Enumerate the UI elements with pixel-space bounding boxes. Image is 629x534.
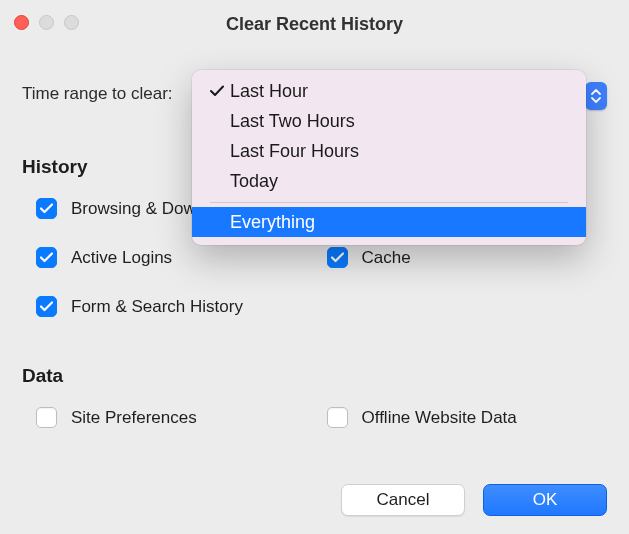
- time-range-select-arrows[interactable]: [585, 82, 607, 110]
- checkbox-label: Cache: [362, 248, 411, 268]
- checkbox-label: Offline Website Data: [362, 408, 517, 428]
- dropdown-option-last-two-hours[interactable]: Last Two Hours: [192, 106, 586, 136]
- checkbox-label: Form & Search History: [71, 297, 243, 317]
- dropdown-option-label: Everything: [230, 212, 315, 233]
- titlebar: Clear Recent History: [0, 0, 629, 48]
- time-range-label: Time range to clear:: [22, 84, 173, 104]
- checkbox-icon: [36, 198, 57, 219]
- maximize-window-button[interactable]: [64, 15, 79, 30]
- checkbox-label: Site Preferences: [71, 408, 197, 428]
- dropdown-option-label: Last Hour: [230, 81, 308, 102]
- checkbox-form-search[interactable]: Form & Search History: [36, 296, 607, 317]
- checkbox-icon: [36, 247, 57, 268]
- ok-button[interactable]: OK: [483, 484, 607, 516]
- dropdown-option-everything[interactable]: Everything: [192, 207, 586, 237]
- checkbox-label: Active Logins: [71, 248, 172, 268]
- dialog-actions: Cancel OK: [341, 484, 607, 516]
- checkbox-active-logins[interactable]: Active Logins: [36, 247, 317, 268]
- checkbox-icon: [327, 407, 348, 428]
- checkbox-cache[interactable]: Cache: [327, 247, 608, 268]
- checkbox-icon: [36, 407, 57, 428]
- cancel-button[interactable]: Cancel: [341, 484, 465, 516]
- checkbox-icon: [36, 296, 57, 317]
- window-title: Clear Recent History: [0, 14, 629, 35]
- data-section-header: Data: [22, 365, 607, 387]
- checkbox-offline-website-data[interactable]: Offline Website Data: [327, 407, 608, 428]
- dropdown-option-last-four-hours[interactable]: Last Four Hours: [192, 136, 586, 166]
- dropdown-option-label: Last Four Hours: [230, 141, 359, 162]
- close-window-button[interactable]: [14, 15, 29, 30]
- minimize-window-button[interactable]: [39, 15, 54, 30]
- data-checkboxes: Site Preferences Offline Website Data: [36, 407, 607, 428]
- dropdown-option-today[interactable]: Today: [192, 166, 586, 196]
- dropdown-option-label: Today: [230, 171, 278, 192]
- dropdown-separator: [210, 202, 568, 203]
- window-controls: [14, 15, 79, 30]
- check-icon: [206, 85, 228, 97]
- dropdown-option-last-hour[interactable]: Last Hour: [192, 76, 586, 106]
- checkbox-icon: [327, 247, 348, 268]
- time-range-dropdown[interactable]: Last Hour Last Two Hours Last Four Hours…: [192, 70, 586, 245]
- chevron-up-down-icon: [591, 88, 601, 104]
- dropdown-option-label: Last Two Hours: [230, 111, 355, 132]
- checkbox-site-preferences[interactable]: Site Preferences: [36, 407, 317, 428]
